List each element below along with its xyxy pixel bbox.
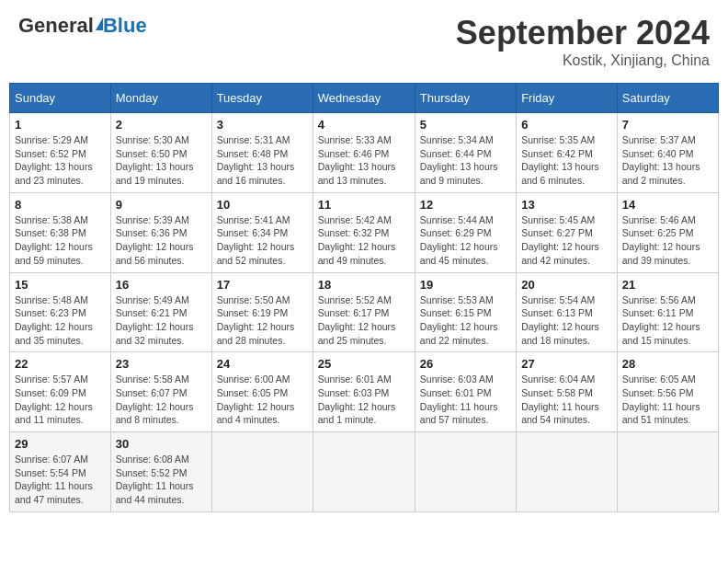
- calendar-week-5: 29Sunrise: 6:07 AM Sunset: 5:54 PM Dayli…: [10, 432, 719, 512]
- day-detail: Sunrise: 5:45 AM Sunset: 6:27 PM Dayligh…: [521, 213, 612, 268]
- calendar-cell: 27Sunrise: 6:04 AM Sunset: 5:58 PM Dayli…: [517, 352, 618, 432]
- day-detail: Sunrise: 5:56 AM Sunset: 6:11 PM Dayligh…: [622, 293, 713, 348]
- title-block: September 2024 Kostik, Xinjiang, China: [456, 14, 710, 69]
- day-number: 15: [15, 278, 106, 292]
- day-detail: Sunrise: 5:57 AM Sunset: 6:09 PM Dayligh…: [15, 373, 106, 427]
- calendar-cell: 15Sunrise: 5:48 AM Sunset: 6:23 PM Dayli…: [10, 272, 111, 352]
- calendar-cell: 3Sunrise: 5:31 AM Sunset: 6:48 PM Daylig…: [211, 113, 313, 193]
- calendar-header-row: SundayMondayTuesdayWednesdayThursdayFrid…: [10, 84, 719, 113]
- calendar-cell: 13Sunrise: 5:45 AM Sunset: 6:27 PM Dayli…: [517, 192, 618, 272]
- calendar-cell: 4Sunrise: 5:33 AM Sunset: 6:46 PM Daylig…: [313, 113, 415, 193]
- logo-icon: [96, 17, 103, 30]
- location: Kostik, Xinjiang, China: [456, 52, 710, 69]
- weekday-header-saturday: Saturday: [617, 84, 718, 113]
- day-number: 12: [420, 198, 511, 212]
- day-detail: Sunrise: 5:49 AM Sunset: 6:21 PM Dayligh…: [116, 293, 207, 348]
- day-number: 9: [116, 198, 207, 212]
- calendar-cell: 24Sunrise: 6:00 AM Sunset: 6:05 PM Dayli…: [211, 352, 313, 432]
- day-detail: Sunrise: 5:58 AM Sunset: 6:07 PM Dayligh…: [116, 373, 207, 427]
- calendar-cell: 1Sunrise: 5:29 AM Sunset: 6:52 PM Daylig…: [10, 113, 111, 193]
- calendar-cell: 12Sunrise: 5:44 AM Sunset: 6:29 PM Dayli…: [415, 192, 516, 272]
- calendar-cell: 6Sunrise: 5:35 AM Sunset: 6:42 PM Daylig…: [517, 113, 618, 193]
- weekday-header-monday: Monday: [110, 84, 211, 113]
- day-detail: Sunrise: 5:54 AM Sunset: 6:13 PM Dayligh…: [521, 293, 612, 348]
- calendar-cell: 11Sunrise: 5:42 AM Sunset: 6:32 PM Dayli…: [313, 192, 415, 272]
- day-number: 19: [420, 278, 511, 292]
- logo-blue-text: Blue: [103, 14, 147, 38]
- calendar-cell: 25Sunrise: 6:01 AM Sunset: 6:03 PM Dayli…: [313, 352, 415, 432]
- weekday-header-wednesday: Wednesday: [313, 84, 415, 113]
- day-detail: Sunrise: 5:34 AM Sunset: 6:44 PM Dayligh…: [420, 133, 511, 188]
- calendar-cell: 19Sunrise: 5:53 AM Sunset: 6:15 PM Dayli…: [415, 272, 516, 352]
- day-number: 2: [116, 118, 207, 132]
- calendar-body: 1Sunrise: 5:29 AM Sunset: 6:52 PM Daylig…: [10, 113, 719, 512]
- day-number: 25: [318, 357, 410, 371]
- calendar-cell: 22Sunrise: 5:57 AM Sunset: 6:09 PM Dayli…: [10, 352, 111, 432]
- month-title: September 2024: [456, 14, 710, 52]
- calendar-cell: 28Sunrise: 6:05 AM Sunset: 5:56 PM Dayli…: [617, 352, 718, 432]
- day-number: 6: [521, 118, 612, 132]
- calendar-cell: [617, 432, 718, 512]
- day-number: 21: [622, 278, 713, 292]
- day-number: 5: [420, 118, 511, 132]
- calendar-cell: 10Sunrise: 5:41 AM Sunset: 6:34 PM Dayli…: [211, 192, 313, 272]
- logo: General Blue: [18, 14, 147, 38]
- calendar-cell: [415, 432, 516, 512]
- day-detail: Sunrise: 6:03 AM Sunset: 6:01 PM Dayligh…: [420, 373, 511, 427]
- calendar-week-1: 1Sunrise: 5:29 AM Sunset: 6:52 PM Daylig…: [10, 113, 719, 193]
- logo-general-text: General: [18, 14, 94, 38]
- calendar-cell: 5Sunrise: 5:34 AM Sunset: 6:44 PM Daylig…: [415, 113, 516, 193]
- day-detail: Sunrise: 5:31 AM Sunset: 6:48 PM Dayligh…: [217, 133, 308, 188]
- calendar-cell: 8Sunrise: 5:38 AM Sunset: 6:38 PM Daylig…: [10, 192, 111, 272]
- calendar-cell: 16Sunrise: 5:49 AM Sunset: 6:21 PM Dayli…: [110, 272, 211, 352]
- day-detail: Sunrise: 6:05 AM Sunset: 5:56 PM Dayligh…: [622, 373, 713, 427]
- day-detail: Sunrise: 5:33 AM Sunset: 6:46 PM Dayligh…: [318, 133, 410, 188]
- day-number: 14: [622, 198, 713, 212]
- day-number: 29: [15, 437, 106, 451]
- calendar-cell: 7Sunrise: 5:37 AM Sunset: 6:40 PM Daylig…: [617, 113, 718, 193]
- day-detail: Sunrise: 6:07 AM Sunset: 5:54 PM Dayligh…: [15, 453, 106, 507]
- calendar-cell: 20Sunrise: 5:54 AM Sunset: 6:13 PM Dayli…: [517, 272, 618, 352]
- day-number: 7: [622, 118, 713, 132]
- day-number: 22: [15, 357, 106, 371]
- day-detail: Sunrise: 5:50 AM Sunset: 6:19 PM Dayligh…: [217, 293, 308, 348]
- calendar-cell: 23Sunrise: 5:58 AM Sunset: 6:07 PM Dayli…: [110, 352, 211, 432]
- calendar-week-3: 15Sunrise: 5:48 AM Sunset: 6:23 PM Dayli…: [10, 272, 719, 352]
- calendar-cell: 9Sunrise: 5:39 AM Sunset: 6:36 PM Daylig…: [110, 192, 211, 272]
- calendar-cell: 26Sunrise: 6:03 AM Sunset: 6:01 PM Dayli…: [415, 352, 516, 432]
- calendar-cell: 14Sunrise: 5:46 AM Sunset: 6:25 PM Dayli…: [617, 192, 718, 272]
- day-detail: Sunrise: 5:48 AM Sunset: 6:23 PM Dayligh…: [15, 293, 106, 348]
- calendar-table: SundayMondayTuesdayWednesdayThursdayFrid…: [9, 83, 719, 512]
- day-number: 18: [318, 278, 410, 292]
- day-number: 26: [420, 357, 511, 371]
- calendar-cell: [517, 432, 618, 512]
- day-number: 24: [217, 357, 308, 371]
- weekday-header-thursday: Thursday: [415, 84, 516, 113]
- calendar-cell: 30Sunrise: 6:08 AM Sunset: 5:52 PM Dayli…: [110, 432, 211, 512]
- day-detail: Sunrise: 5:35 AM Sunset: 6:42 PM Dayligh…: [521, 133, 612, 188]
- calendar-cell: [211, 432, 313, 512]
- day-number: 1: [15, 118, 106, 132]
- day-number: 23: [116, 357, 207, 371]
- day-detail: Sunrise: 6:01 AM Sunset: 6:03 PM Dayligh…: [318, 373, 410, 427]
- calendar-cell: 21Sunrise: 5:56 AM Sunset: 6:11 PM Dayli…: [617, 272, 718, 352]
- weekday-header-tuesday: Tuesday: [211, 84, 313, 113]
- day-number: 20: [521, 278, 612, 292]
- day-number: 10: [217, 198, 308, 212]
- calendar-week-4: 22Sunrise: 5:57 AM Sunset: 6:09 PM Dayli…: [10, 352, 719, 432]
- calendar-cell: 29Sunrise: 6:07 AM Sunset: 5:54 PM Dayli…: [10, 432, 111, 512]
- day-detail: Sunrise: 6:08 AM Sunset: 5:52 PM Dayligh…: [116, 453, 207, 507]
- day-detail: Sunrise: 5:44 AM Sunset: 6:29 PM Dayligh…: [420, 213, 511, 268]
- weekday-header-sunday: Sunday: [10, 84, 111, 113]
- calendar-cell: 18Sunrise: 5:52 AM Sunset: 6:17 PM Dayli…: [313, 272, 415, 352]
- day-number: 27: [521, 357, 612, 371]
- day-detail: Sunrise: 5:52 AM Sunset: 6:17 PM Dayligh…: [318, 293, 410, 348]
- day-detail: Sunrise: 5:42 AM Sunset: 6:32 PM Dayligh…: [318, 213, 410, 268]
- day-detail: Sunrise: 5:30 AM Sunset: 6:50 PM Dayligh…: [116, 133, 207, 188]
- day-detail: Sunrise: 5:38 AM Sunset: 6:38 PM Dayligh…: [15, 213, 106, 268]
- day-number: 13: [521, 198, 612, 212]
- day-number: 16: [116, 278, 207, 292]
- calendar-cell: 2Sunrise: 5:30 AM Sunset: 6:50 PM Daylig…: [110, 113, 211, 193]
- page-header: General Blue September 2024 Kostik, Xinj…: [9, 9, 719, 74]
- day-detail: Sunrise: 5:41 AM Sunset: 6:34 PM Dayligh…: [217, 213, 308, 268]
